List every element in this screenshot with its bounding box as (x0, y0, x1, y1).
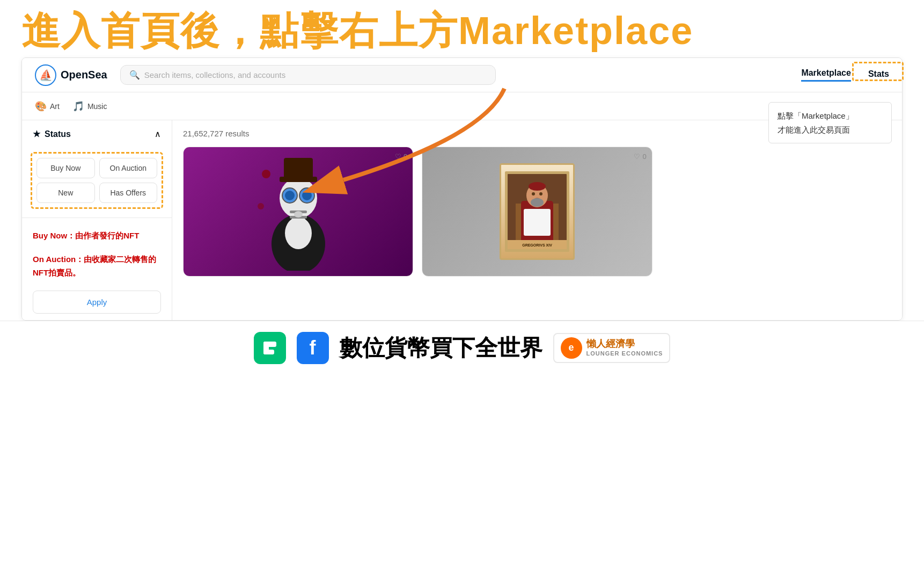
svg-point-17 (294, 211, 303, 218)
lazy-brand-text: 懶人經濟學 LOUNGER ECONOMICS (586, 338, 663, 357)
marketplace-dashed-highlight (852, 62, 904, 81)
svg-point-26 (539, 192, 542, 195)
chevron-up-icon: ∧ (155, 129, 161, 139)
art-icon: 🎨 (35, 100, 47, 112)
logo-text: OpenSea (61, 69, 107, 81)
lazy-icon: e (561, 337, 582, 359)
svg-rect-22 (524, 209, 551, 236)
annotation-area: Buy Now：由作者發行的NFT On Auction：由收藏家二次轉售的NF… (22, 218, 172, 280)
opensea-logo-icon: ⛵ (35, 64, 56, 86)
search-bar[interactable]: 🔍 Search items, collections, and account… (120, 65, 496, 85)
buy-now-annotation: Buy Now：由作者發行的NFT (33, 229, 161, 243)
filter-dashed-box: Buy Now On Auction New Has Offers (31, 152, 163, 209)
plague-doctor-svg (250, 153, 347, 271)
search-placeholder: Search items, collections, and accounts (144, 70, 285, 79)
green-logo (254, 332, 286, 364)
heart-icon-2: ♡ (634, 153, 640, 161)
buy-now-button[interactable]: Buy Now (36, 158, 95, 178)
svg-rect-16 (284, 158, 313, 178)
marketplace-note-2: 才能進入此交易頁面 (778, 125, 850, 134)
svg-text:GREGORIVS XIV: GREGORIVS XIV (522, 243, 552, 247)
category-music-label: Music (87, 102, 107, 111)
svg-rect-35 (263, 350, 274, 354)
svg-point-25 (532, 192, 535, 195)
star-icon: ★ (33, 129, 40, 139)
facebook-logo: f (297, 332, 329, 364)
status-header-left: ★ Status (33, 129, 71, 139)
content-area: ★ Status ∧ Buy Now On Auction (22, 120, 902, 320)
nft-like-2: ♡ 0 (634, 153, 646, 161)
nft-image-plague (184, 147, 413, 276)
status-section: ★ Status ∧ Buy Now On Auction (22, 120, 172, 218)
svg-rect-32 (260, 338, 280, 358)
nft-card-plague-doctor[interactable]: ♡ 0 (183, 147, 413, 277)
on-auction-annotation: On Auction：由收藏家二次轉售的NFT拍賣品。 (33, 252, 161, 280)
browser-area: ⛵ OpenSea 🔍 Search items, collections, a… (21, 57, 903, 321)
footer: f 數位貨幣買下全世界 e 懶人經濟學 LOUNGER ECONOMICS (0, 321, 924, 375)
heart-icon-1: ♡ (395, 153, 401, 161)
svg-point-11 (285, 191, 295, 200)
new-button[interactable]: New (36, 183, 95, 203)
title-bar: 進入首頁後，點擊右上方Marketplace (0, 0, 924, 57)
portrait-frame: GREGORIVS XIV (500, 163, 575, 260)
svg-point-2 (258, 203, 264, 209)
nav-marketplace[interactable]: Marketplace (801, 68, 851, 82)
green-logo-svg (260, 338, 280, 358)
filter-buttons: Buy Now On Auction New Has Offers (36, 158, 157, 203)
status-header[interactable]: ★ Status ∧ (22, 120, 172, 148)
lazy-economics-logo: e 懶人經濟學 LOUNGER ECONOMICS (553, 333, 671, 363)
lazy-text-line1: 懶人經濟學 (586, 338, 663, 350)
on-auction-button[interactable]: On Auction (99, 158, 158, 178)
svg-point-1 (328, 182, 333, 187)
results-count: 21,652,727 results (183, 129, 249, 138)
svg-rect-34 (263, 342, 276, 347)
marketplace-note-1: 點擊「Marketplace」 (778, 111, 854, 120)
logo-area[interactable]: ⛵ OpenSea (35, 64, 107, 86)
svg-point-0 (262, 170, 270, 178)
status-label: Status (45, 129, 71, 139)
svg-point-12 (302, 191, 312, 200)
music-icon: 🎵 (72, 100, 84, 112)
nft-image-portrait: GREGORIVS XIV (422, 147, 651, 276)
has-offers-button[interactable]: Has Offers (99, 183, 158, 203)
apply-area: Apply (22, 291, 172, 314)
category-art-label: Art (50, 102, 60, 111)
nft-grid: ♡ 0 (183, 147, 891, 277)
svg-point-28 (531, 198, 544, 207)
main-content: 21,652,727 results (172, 120, 902, 320)
nft-like-1: ♡ 0 (395, 153, 407, 161)
marketplace-annotation-box: 點擊「Marketplace」 才能進入此交易頁面 (768, 102, 892, 143)
category-music[interactable]: 🎵 Music (72, 100, 107, 112)
page-title: 進入首頁後，點擊右上方Marketplace (21, 10, 903, 52)
apply-button[interactable]: Apply (33, 291, 161, 314)
category-art[interactable]: 🎨 Art (35, 100, 60, 112)
search-icon: 🔍 (129, 70, 140, 80)
footer-main-text: 數位貨幣買下全世界 (340, 333, 542, 363)
filter-section: Buy Now On Auction New Has Offers (22, 148, 172, 218)
lazy-text-line2: LOUNGER ECONOMICS (586, 350, 663, 357)
like-count-2: 0 (642, 153, 646, 161)
sidebar: ★ Status ∧ Buy Now On Auction (22, 120, 172, 320)
lazy-icon-e: e (569, 342, 574, 353)
fb-icon: f (310, 337, 316, 359)
nav-bar: ⛵ OpenSea 🔍 Search items, collections, a… (22, 58, 902, 92)
svg-point-24 (529, 182, 546, 191)
nft-card-portrait[interactable]: GREGORIVS XIV ♡ 0 (422, 147, 652, 277)
like-count-1: 0 (404, 153, 407, 161)
portrait-svg: GREGORIVS XIV (505, 171, 569, 252)
page-wrapper: 進入首頁後，點擊右上方Marketplace ⛵ OpenSea 🔍 Searc… (0, 0, 924, 375)
